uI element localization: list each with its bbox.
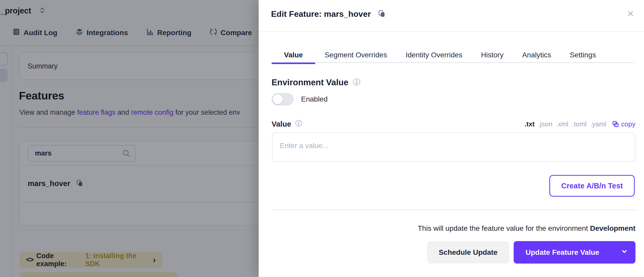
- tab-history[interactable]: History: [472, 47, 513, 63]
- environment-value-title: Environment Value: [272, 78, 348, 87]
- note-text: This will update the feature value for t…: [418, 224, 590, 232]
- panel-title: Edit Feature: mars_hover: [271, 9, 371, 19]
- create-abn-test-button[interactable]: Create A/B/n Test: [549, 175, 635, 197]
- app: _project Audit Log Integrations: [0, 0, 644, 277]
- copy-value-button[interactable]: copy: [612, 120, 635, 128]
- info-icon[interactable]: [295, 119, 303, 129]
- value-label: Value: [272, 119, 303, 129]
- header-divider: [259, 31, 644, 32]
- tab-value[interactable]: Value: [272, 47, 315, 63]
- panel-tabs: Value Segment Overrides Identity Overrid…: [272, 47, 605, 63]
- update-environment-note: This will update the feature value for t…: [418, 224, 635, 233]
- enabled-toggle[interactable]: [272, 93, 294, 105]
- format-yaml[interactable]: .yaml: [590, 120, 606, 128]
- enabled-toggle-row: Enabled: [272, 93, 328, 105]
- format-txt[interactable]: .txt: [525, 120, 535, 128]
- update-button-label: Update Feature Value: [526, 248, 599, 257]
- tab-analytics[interactable]: Analytics: [513, 47, 560, 63]
- tab-segment-overrides[interactable]: Segment Overrides: [315, 47, 396, 63]
- environment-name: Development: [590, 224, 635, 232]
- close-icon[interactable]: ✕: [627, 9, 634, 18]
- format-toml[interactable]: .toml: [572, 120, 587, 128]
- value-header-row: Value .txt .json .xml .toml .yaml copy: [272, 118, 635, 130]
- schedule-update-button[interactable]: Schedule Update: [427, 241, 509, 264]
- tab-identity-overrides[interactable]: Identity Overrides: [396, 47, 471, 63]
- info-icon[interactable]: [353, 78, 361, 87]
- chevron-down-icon: [620, 248, 628, 257]
- copy-label: copy: [621, 120, 635, 128]
- copy-feature-name-icon[interactable]: [378, 10, 386, 19]
- environment-value-heading: Environment Value: [272, 78, 361, 87]
- footer-divider: [272, 210, 635, 210]
- toggle-label: Enabled: [301, 95, 328, 103]
- tab-settings[interactable]: Settings: [560, 47, 605, 63]
- panel-header: Edit Feature: mars_hover: [271, 9, 386, 19]
- toggle-knob: [273, 94, 283, 104]
- value-input[interactable]: [272, 132, 635, 162]
- format-json[interactable]: .json: [538, 120, 552, 128]
- edit-feature-panel: Edit Feature: mars_hover ✕ Value Segment…: [259, 0, 644, 277]
- update-feature-value-button[interactable]: Update Feature Value: [514, 241, 635, 264]
- value-format-switcher: .txt .json .xml .toml .yaml copy: [525, 120, 635, 128]
- format-xml[interactable]: .xml: [556, 120, 568, 128]
- value-label-text: Value: [272, 120, 291, 128]
